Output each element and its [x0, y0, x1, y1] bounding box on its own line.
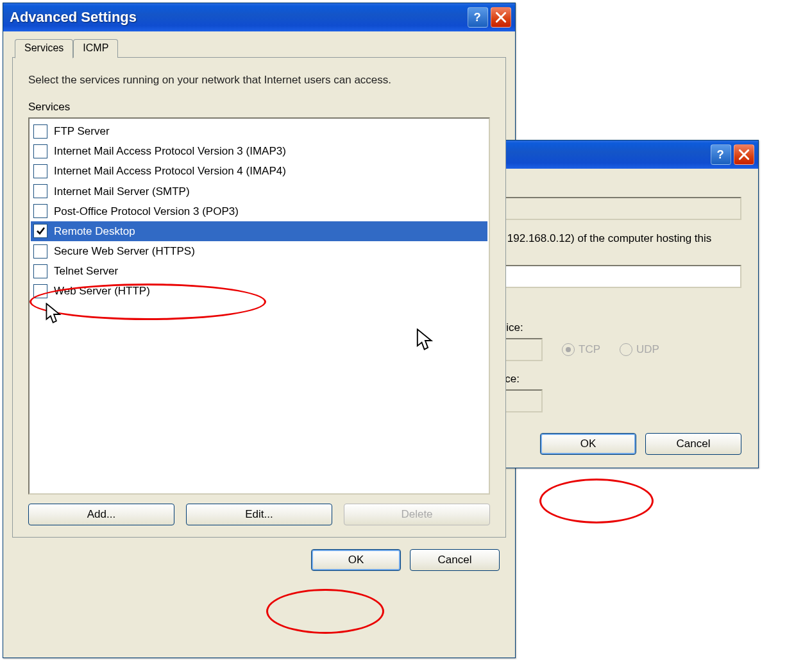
tabstrip: Services ICMP [15, 39, 512, 58]
services-listbox[interactable]: FTP ServerInternet Mail Access Protocol … [28, 117, 490, 495]
dialog-buttons: OK Cancel [6, 538, 512, 582]
add-button[interactable]: Add... [28, 504, 174, 525]
list-item-label: Web Server (HTTP) [54, 282, 150, 300]
checkbox-icon[interactable] [33, 284, 47, 298]
help-button[interactable]: ? [468, 7, 488, 28]
checkbox-icon[interactable] [33, 144, 47, 158]
list-item-label: Secure Web Server (HTTPS) [54, 242, 195, 260]
close-button[interactable] [491, 7, 511, 28]
checkbox-icon[interactable] [33, 204, 47, 218]
delete-button: Delete [344, 504, 490, 525]
svg-text:?: ? [474, 10, 481, 24]
pane-description: Select the services running on your netw… [28, 73, 490, 88]
tcp-radio: TCP [562, 343, 600, 356]
tcp-label: TCP [579, 343, 600, 356]
cancel-button[interactable]: Cancel [645, 433, 741, 455]
list-item-label: Internet Mail Access Protocol Version 4 … [54, 162, 286, 180]
window-title: Advanced Settings [10, 9, 465, 26]
list-item[interactable]: Internet Mail Access Protocol Version 3 … [31, 141, 487, 161]
close-button[interactable] [734, 144, 754, 165]
list-item[interactable]: FTP Server [31, 121, 487, 141]
list-button-row: Add... Edit... Delete [28, 504, 490, 525]
services-label: Services [28, 101, 490, 114]
checkbox-icon[interactable] [33, 124, 47, 139]
list-item[interactable]: Telnet Server [31, 261, 487, 281]
list-item[interactable]: Post-Office Protocol Version 3 (POP3) [31, 201, 487, 221]
list-item-label: Post-Office Protocol Version 3 (POP3) [54, 203, 239, 220]
list-item-label: Remote Desktop [54, 223, 135, 240]
cancel-button[interactable]: Cancel [410, 549, 500, 571]
checkbox-icon[interactable] [33, 184, 47, 198]
help-button[interactable]: ? [711, 144, 731, 165]
list-item[interactable]: Secure Web Server (HTTPS) [31, 241, 487, 261]
list-item-label: Internet Mail Server (SMTP) [54, 183, 190, 200]
udp-label: UDP [636, 343, 659, 356]
tab-icmp[interactable]: ICMP [73, 39, 118, 58]
svg-text:?: ? [717, 148, 724, 161]
annotation-ellipse [539, 479, 654, 523]
tab-pane: Select the services running on your netw… [12, 57, 506, 538]
advanced-settings-window: Advanced Settings ? Services ICMP Select… [3, 3, 516, 658]
tab-services[interactable]: Services [15, 39, 73, 58]
checkbox-icon[interactable] [33, 164, 47, 178]
edit-button[interactable]: Edit... [186, 504, 332, 525]
checkbox-icon[interactable] [33, 244, 47, 259]
list-item-label: Internet Mail Access Protocol Version 3 … [54, 142, 286, 160]
list-item[interactable]: Web Server (HTTP) [31, 281, 487, 301]
ok-button[interactable]: OK [540, 433, 636, 455]
ok-button[interactable]: OK [311, 549, 401, 571]
list-item[interactable]: Internet Mail Server (SMTP) [31, 182, 487, 201]
list-item-label: Telnet Server [54, 262, 118, 280]
titlebar-advanced[interactable]: Advanced Settings ? [3, 3, 515, 31]
udp-radio: UDP [620, 343, 659, 356]
checkbox-icon[interactable] [33, 224, 47, 238]
checkbox-icon[interactable] [33, 264, 47, 278]
list-item-label: FTP Server [54, 123, 110, 140]
list-item[interactable]: Remote Desktop [31, 221, 487, 241]
list-item[interactable]: Internet Mail Access Protocol Version 4 … [31, 161, 487, 181]
